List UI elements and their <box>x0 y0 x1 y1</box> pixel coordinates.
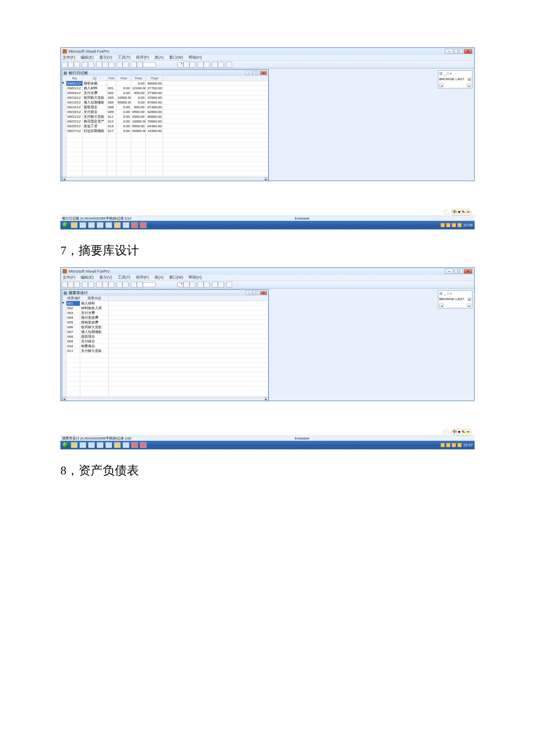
table-row[interactable]: 09/25/12发放工资0150.006500.0064360.00 <box>62 124 268 129</box>
tb-open-icon[interactable] <box>68 282 74 288</box>
task-fox-icon[interactable] <box>131 442 138 448</box>
task-pin-icon[interactable] <box>123 442 129 448</box>
menu-program[interactable]: 程序(P) <box>136 275 149 279</box>
menu-tools[interactable]: 工具(T) <box>118 275 131 279</box>
menu-help[interactable]: 帮助(H) <box>189 55 202 60</box>
tb-help-icon[interactable] <box>226 282 232 288</box>
task-app2-icon[interactable] <box>97 442 104 448</box>
table-row[interactable]: 006收回赊欠货款 <box>62 325 268 329</box>
tb-modify-icon[interactable] <box>137 62 143 68</box>
table-row[interactable]: 002材料验收入库 <box>62 306 268 311</box>
table-row[interactable]: 020购买固定资产 <box>62 391 268 396</box>
table-row[interactable]: 013分配工资 <box>62 358 268 363</box>
table-row[interactable]: 09/22/12购买固定资产0120.0010000.0070860.00 <box>62 119 268 124</box>
table-row[interactable]: 008提取现金 <box>62 334 268 339</box>
menu-help[interactable]: 帮助(H) <box>189 275 202 279</box>
menu-edit[interactable]: 编辑(E) <box>81 55 94 60</box>
tb-c-icon[interactable] <box>212 62 218 68</box>
task-app3-icon[interactable] <box>105 222 112 228</box>
tray-icon-2[interactable] <box>446 443 450 447</box>
col-zy[interactable]: Zy <box>83 76 107 81</box>
table-row[interactable]: 09/27/12归还短期借款0170.0050000.0014360.00 <box>62 129 268 133</box>
tb-b-icon[interactable] <box>204 62 210 68</box>
tb-modify-icon[interactable] <box>137 282 143 288</box>
table-row[interactable]: 016结转库存商品 <box>62 372 268 377</box>
tb-db-icon[interactable] <box>189 282 195 288</box>
table-row[interactable]: 09/03/12支付水费0020.00400.0027360.00 <box>62 91 268 95</box>
tb-d-icon[interactable] <box>218 282 224 288</box>
tb-form-icon[interactable] <box>183 62 189 68</box>
table-row[interactable]: 09/01/12购入材料0010.0012240.0027760.00 <box>62 86 268 91</box>
tray-icon-4[interactable] <box>457 223 462 227</box>
tray-icon-2[interactable] <box>446 223 450 227</box>
menu-program[interactable]: 程序(P) <box>136 55 149 60</box>
col-name[interactable]: 摘要内容 <box>80 296 109 301</box>
command-window-2[interactable]: ▥_ □ × BROWSE LAST▾ ◂▸ <box>438 290 472 308</box>
table-row[interactable]: 09/19/12支付税金0090.004500.0082860.00 <box>62 110 268 114</box>
tb-cut-icon[interactable] <box>96 62 102 68</box>
menu-edit[interactable]: 编辑(E) <box>81 275 94 279</box>
tb-preview-icon[interactable] <box>88 62 94 68</box>
task-word-icon[interactable] <box>114 442 121 448</box>
tb-c-icon[interactable] <box>212 282 218 288</box>
tb-field[interactable] <box>143 282 156 287</box>
tb-form-icon[interactable] <box>183 282 189 288</box>
col-yhzr[interactable]: Yhzr <box>116 76 131 81</box>
child-max-button[interactable]: □ <box>253 71 260 75</box>
tb-print-icon[interactable] <box>82 62 88 68</box>
task-red-icon[interactable] <box>140 442 147 448</box>
cmd-left-icon[interactable]: ◂ <box>439 84 444 87</box>
maximize-button[interactable]: □ <box>454 269 463 274</box>
tb-a-icon[interactable] <box>198 282 204 288</box>
menu-view[interactable]: 显示(V) <box>99 55 112 60</box>
cmd-right-icon[interactable]: ▸ <box>467 84 471 87</box>
cmd-dropdown-icon[interactable]: ▾ <box>468 298 471 301</box>
task-folder-icon[interactable] <box>71 442 78 448</box>
table-row[interactable]: 010销售商品 <box>62 344 268 348</box>
tb-cut-icon[interactable] <box>96 282 102 288</box>
tb-open-icon[interactable] <box>68 62 74 68</box>
table-row[interactable]: 09/31/12期末余额60500.0086140.0014360.00 <box>62 133 268 138</box>
tb-preview-icon[interactable] <box>88 282 94 288</box>
tb-copy-icon[interactable] <box>102 282 108 288</box>
tb-run-icon[interactable] <box>131 282 137 288</box>
tb-undo-icon[interactable] <box>116 62 123 68</box>
maximize-button[interactable]: □ <box>454 49 463 54</box>
child-min-button[interactable]: – <box>245 71 252 75</box>
tb-run-icon[interactable] <box>131 62 137 68</box>
menu-table[interactable]: 表(A) <box>154 55 164 60</box>
table-row[interactable]: 09/13/12借入短期借款00650000.000.0087860.00 <box>62 100 268 105</box>
grid-body[interactable]: 09/01/12期初余额0.0040000.0009/01/12购入材料0010… <box>62 81 268 177</box>
col-pzh[interactable]: Pzh <box>107 76 116 81</box>
table-row[interactable]: 005报销差旅费 <box>62 320 268 325</box>
child-max-button[interactable]: □ <box>253 291 260 295</box>
child-close-button[interactable]: × <box>260 291 267 295</box>
child-close-button[interactable]: × <box>260 71 267 75</box>
tb-paste-icon[interactable] <box>108 282 114 288</box>
table-row[interactable]: 09/10/12收回赊欠货款00510500.000.0037860.00 <box>62 95 268 100</box>
minimize-button[interactable]: – <box>445 269 453 274</box>
table-row[interactable]: 012发放职工工资 <box>62 353 268 358</box>
start-orb-icon[interactable] <box>62 442 69 449</box>
tb-new-icon[interactable] <box>62 62 68 68</box>
col-yhye[interactable]: Yhye <box>146 76 163 81</box>
table-row[interactable]: 017结转生产成本 <box>62 377 268 382</box>
task-app-icon[interactable] <box>88 442 95 448</box>
minimize-button[interactable]: – <box>445 49 453 54</box>
tb-help-icon[interactable] <box>226 62 232 68</box>
cmd-dropdown-icon[interactable]: ▾ <box>468 78 471 81</box>
task-word-icon[interactable] <box>114 222 121 228</box>
tb-print-icon[interactable] <box>82 282 88 288</box>
col-code[interactable]: 摘要编码 <box>66 296 80 301</box>
tray-icon[interactable] <box>441 223 445 227</box>
tb-redo-icon[interactable] <box>123 62 129 68</box>
command-window[interactable]: ▥_ □ × BROWSE LAST▾ ◂▸ <box>438 70 472 88</box>
task-fox-icon[interactable] <box>131 222 138 228</box>
tb-d-icon[interactable] <box>218 62 224 68</box>
menu-window[interactable]: 窗口(W) <box>169 55 183 60</box>
tb-redo-icon[interactable] <box>123 282 129 288</box>
task-app3-icon[interactable] <box>105 442 112 448</box>
task-red-icon[interactable] <box>140 222 147 228</box>
tb-field[interactable] <box>143 62 156 67</box>
table-row[interactable]: 004预付差旅费 <box>62 315 268 320</box>
